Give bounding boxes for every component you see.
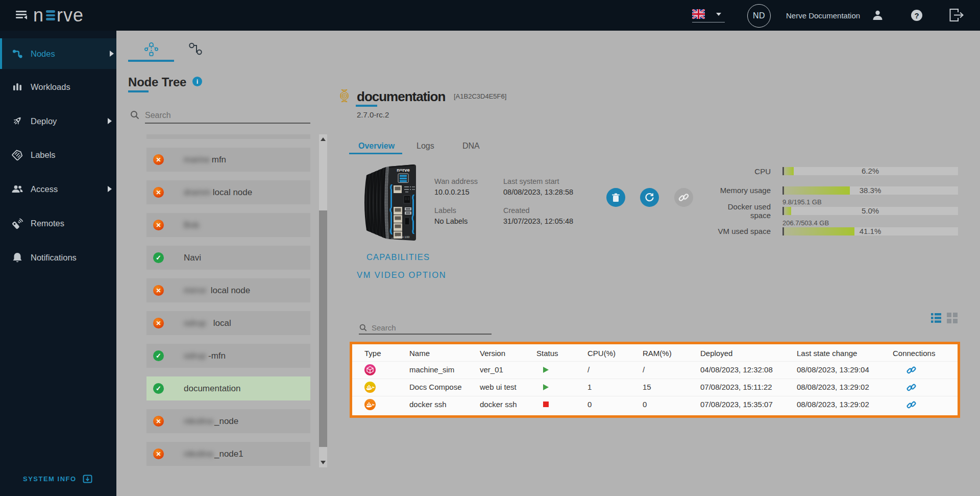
svg-text:MFN 100: MFN 100 [397,235,410,239]
svg-text:n=rve: n=rve [397,167,410,173]
svg-text:KT: KT [391,238,395,240]
